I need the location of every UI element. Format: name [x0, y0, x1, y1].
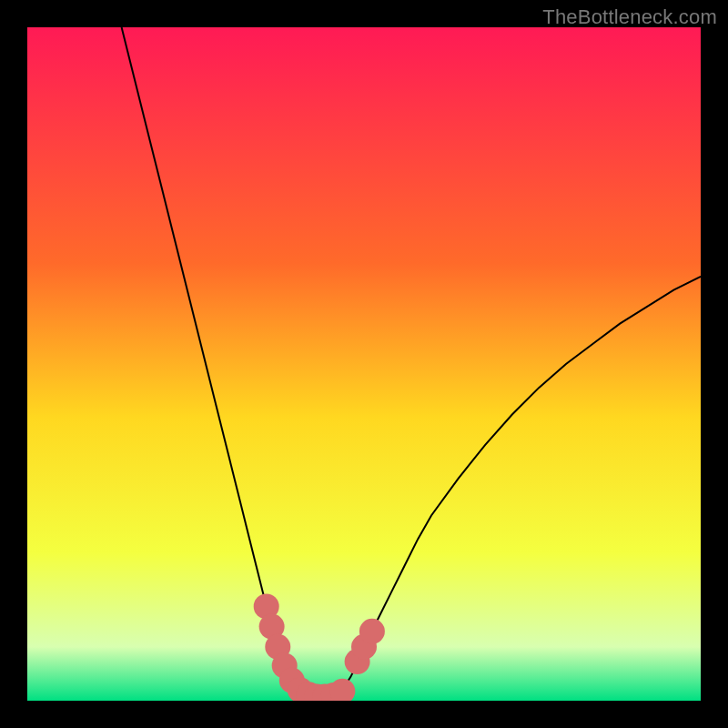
gradient-background [27, 27, 701, 701]
bottleneck-chart [27, 27, 701, 701]
plot-area [27, 27, 701, 701]
chart-frame: TheBottleneck.com [0, 0, 728, 728]
optimum-marker [359, 619, 385, 644]
watermark-text: TheBottleneck.com [542, 5, 717, 29]
